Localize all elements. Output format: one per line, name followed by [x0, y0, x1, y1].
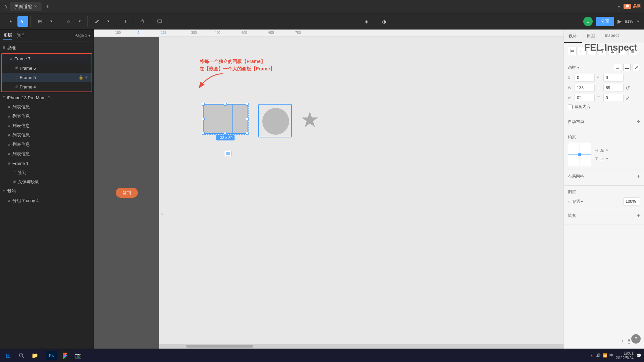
hand-tool-button[interactable]	[137, 16, 148, 27]
panel-add-icon[interactable]: +	[621, 338, 624, 344]
explorer-button[interactable]: 📁	[30, 350, 40, 361]
blend-mode-select[interactable]: 穿透 ▾	[572, 199, 583, 204]
gem-icon-button[interactable]: ◈	[361, 16, 372, 27]
start-button[interactable]: ⊞	[3, 350, 13, 361]
handle-ml[interactable]	[202, 118, 205, 120]
contrast-icon-button[interactable]: ◑	[379, 16, 389, 27]
move-tool-button[interactable]	[6, 16, 17, 27]
y-input[interactable]	[603, 74, 624, 82]
autolayout-add-btn[interactable]: +	[637, 119, 640, 125]
frame-tablet-icon[interactable]: ▬	[623, 64, 631, 71]
avatar[interactable]: U	[583, 17, 593, 26]
grid-tool-button[interactable]: ⊞	[35, 16, 45, 27]
notification-icon[interactable]: 💬	[636, 353, 641, 358]
star-tool-button[interactable]: ☆	[63, 16, 74, 27]
sys-tray: 🔺 🔊 📶 中	[589, 353, 613, 358]
fill-add-btn[interactable]: +	[637, 213, 640, 219]
dropdown-icon[interactable]: ▼	[617, 4, 621, 9]
frame4-icon: #	[15, 84, 18, 89]
layer-item-siwei[interactable]: # 思维	[0, 43, 94, 53]
clip-checkbox[interactable]	[568, 105, 573, 109]
align-left-btn[interactable]: ⊨	[568, 47, 577, 55]
constraint-line-v	[580, 143, 580, 166]
layer-item-iphone[interactable]: # iPhone 13 Pro Max - 1	[0, 93, 94, 102]
scrollbar-thumb[interactable]	[186, 345, 253, 348]
h-input[interactable]	[603, 84, 624, 92]
frame-dropdown-icon[interactable]: ▾	[577, 65, 579, 70]
search-taskbar-button[interactable]	[16, 350, 27, 361]
annotation-arrow	[193, 70, 233, 97]
layer-item-list1[interactable]: # 列表信息	[0, 102, 94, 112]
eye-icon[interactable]: 👁	[85, 75, 89, 80]
opacity-input[interactable]	[623, 197, 640, 205]
layer-item-list6[interactable]: # 列表信息	[0, 149, 94, 159]
x-input[interactable]	[575, 74, 595, 82]
layer-item-list3[interactable]: # 列表信息	[0, 121, 94, 130]
help-button[interactable]: ?	[631, 334, 641, 344]
canvas-area[interactable]: -100 0 133 300 400 500 600 700 -300 -200…	[94, 29, 564, 349]
list2-label: 列表信息	[12, 113, 91, 119]
share-button[interactable]: 分享	[596, 17, 614, 26]
signin-button[interactable]: 签到	[116, 188, 138, 198]
layer-item-avatar-desc[interactable]: # 头像与说明	[0, 177, 94, 187]
play-button[interactable]: ▶	[618, 18, 622, 24]
layer-item-mine[interactable]: # 我的	[0, 187, 94, 196]
layer-item-list5[interactable]: # 列表信息	[0, 140, 94, 149]
tab-layers[interactable]: 图层	[3, 32, 12, 40]
handle-mr[interactable]	[246, 118, 249, 120]
expand-toggle[interactable]: ›	[159, 164, 165, 264]
comment-tool-button[interactable]	[154, 16, 165, 27]
constraint-left-dropdown[interactable]: ▾	[606, 148, 608, 153]
w-input[interactable]	[575, 84, 595, 92]
lock-icon[interactable]: 🔒	[78, 75, 84, 80]
layer-item-frame1[interactable]: # Frame 1	[0, 159, 94, 168]
tab-assets[interactable]: 资产	[17, 32, 25, 39]
tab-close-icon[interactable]: ✕	[34, 4, 37, 9]
text-tool-button[interactable]: T	[120, 16, 131, 27]
layer-item-group7[interactable]: # 分组 7 copy 4	[0, 196, 94, 205]
layer-item-frame4[interactable]: # Frame 4	[2, 82, 92, 92]
pen-dropdown-button[interactable]: ▾	[103, 16, 114, 27]
clip-label: 裁剪内容	[575, 104, 591, 110]
photoshop-button[interactable]: Ps	[46, 351, 57, 360]
frame-phone-icon[interactable]: ▭	[614, 64, 621, 71]
angle-input[interactable]	[575, 94, 595, 102]
canvas-scrollbar[interactable]	[159, 344, 564, 349]
frame-expand-icon[interactable]: ⤢	[633, 64, 640, 71]
frame4-element[interactable]	[258, 104, 292, 137]
layer-item-signin[interactable]: # 签到	[0, 168, 94, 177]
layer-item-list4[interactable]: # 列表信息	[0, 130, 94, 140]
svg-point-1	[19, 354, 23, 357]
radius-input[interactable]	[603, 94, 624, 102]
pen-tool-button[interactable]	[92, 16, 102, 27]
add-tab-button[interactable]: +	[46, 3, 49, 10]
grid-dropdown-button[interactable]: ▾	[46, 16, 57, 27]
home-icon[interactable]: ⌂	[3, 3, 7, 10]
handle-tm[interactable]	[224, 103, 227, 106]
active-tab[interactable]: 界面适配 ✕	[10, 2, 42, 11]
handle-tl[interactable]	[202, 103, 205, 106]
camera-button[interactable]: 📷	[73, 350, 84, 361]
zoom-level[interactable]: 81%	[625, 19, 633, 24]
layer-item-list2[interactable]: # 列表信息	[0, 112, 94, 121]
handle-br[interactable]	[246, 132, 249, 135]
star-dropdown-button[interactable]: ▾	[74, 16, 85, 27]
handle-tr[interactable]	[246, 103, 249, 106]
zoom-dropdown-icon[interactable]: ▼	[636, 19, 640, 23]
frame5-element[interactable]: 133 × 89	[203, 104, 248, 134]
fullscreen-icon[interactable]: ⤢	[626, 95, 630, 101]
figma-button[interactable]	[59, 350, 70, 361]
layout-grid-add-btn[interactable]: +	[637, 173, 640, 179]
layer-item-frame7[interactable]: # Frame 7	[2, 54, 92, 63]
handle-bl[interactable]	[202, 132, 205, 135]
page-selector[interactable]: Page 1 ▾	[74, 33, 90, 38]
star-element[interactable]: ★	[300, 107, 319, 132]
layer-item-frame6[interactable]: # Frame 6	[2, 63, 92, 73]
handle-bm[interactable]	[224, 132, 227, 135]
blend-dropdown-icon[interactable]: ▾	[581, 199, 583, 204]
lock-aspect-icon[interactable]: ↺	[626, 85, 630, 91]
layer-item-frame5[interactable]: # Frame 5 🔒 👁	[2, 73, 92, 82]
panel-resize-icon[interactable]: ⣿	[627, 338, 631, 344]
frame-move-button[interactable]	[17, 16, 28, 27]
constraint-top-dropdown[interactable]: ▾	[606, 157, 608, 161]
